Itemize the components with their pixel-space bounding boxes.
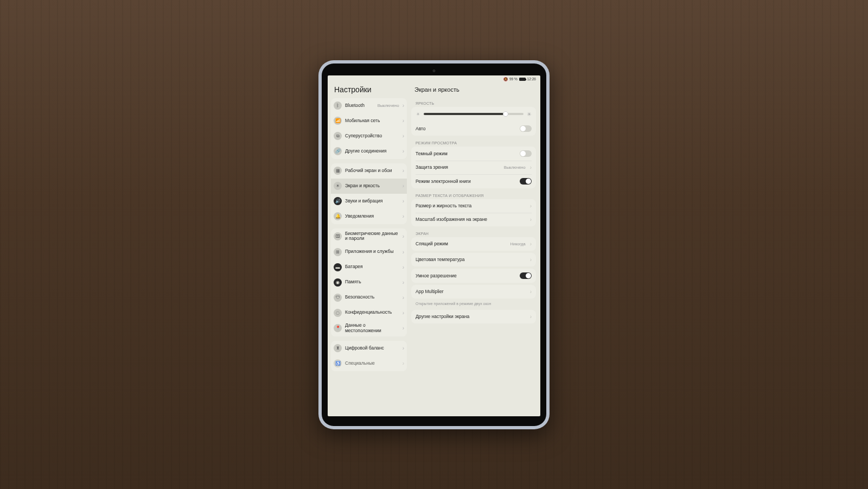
- sidebar-item-balance[interactable]: ⧗Цифровой баланс›: [331, 341, 407, 356]
- chevron-right-icon: ›: [530, 217, 532, 223]
- sidebar-item-location[interactable]: 📍Данные о местоположении›: [331, 320, 407, 336]
- sidebar-item-label: Конфиденциальность: [345, 310, 399, 315]
- sidebar-item-bluetooth[interactable]: ᛒBluetoothВыключено›: [331, 98, 407, 113]
- apps-icon: ⊞: [334, 248, 342, 256]
- sidebar-item-bell[interactable]: 🔔Уведомления›: [331, 209, 407, 224]
- sidebar-scroll[interactable]: ᛒBluetoothВыключено›📶Мобильная сеть›⧉Суп…: [331, 98, 407, 416]
- chevron-right-icon: ›: [403, 213, 404, 219]
- smart-res-row[interactable]: Умное разрешение: [411, 269, 536, 283]
- sound-icon: 🔊: [334, 197, 342, 205]
- sidebar-item-label: Память: [345, 280, 399, 285]
- settings-sidebar: Настройки ᛒBluetoothВыключено›📶Мобильная…: [328, 83, 409, 416]
- detail-row[interactable]: Масштаб изображения на экране›: [411, 213, 536, 226]
- detail-row[interactable]: Темный режим: [411, 147, 536, 161]
- sidebar-item-antenna[interactable]: 📶Мобильная сеть›: [331, 113, 407, 129]
- brightness-auto-row[interactable]: Авто: [411, 122, 536, 136]
- other-display-card: Другие настройки экрана ›: [411, 310, 536, 323]
- app-multiplier-row[interactable]: App Multiplier ›: [411, 285, 536, 299]
- brightness-card: ☀ ☀ Авто: [411, 107, 536, 136]
- brightness-auto-toggle[interactable]: [520, 125, 532, 132]
- sidebar-item-value: Выключено: [378, 103, 399, 108]
- other-display-row[interactable]: Другие настройки экрана ›: [411, 310, 536, 323]
- sidebar-item-label: Безопасность: [345, 295, 399, 300]
- color-temp-card: Цветовая температура ›: [411, 253, 536, 266]
- chevron-right-icon: ›: [403, 360, 404, 366]
- chevron-right-icon: ›: [403, 168, 404, 174]
- key-icon: ⚿: [334, 232, 342, 240]
- device-icon: ⧉: [334, 132, 342, 140]
- sidebar-item-privacy[interactable]: ◌Конфиденциальность›: [331, 305, 407, 320]
- app-multiplier-card: App Multiplier ›: [411, 285, 536, 299]
- toggle[interactable]: [520, 178, 532, 185]
- sidebar-item-link[interactable]: 🔗Другие соединения›: [331, 144, 407, 159]
- detail-row[interactable]: Размер и жирность текста›: [411, 199, 536, 213]
- other-display-label: Другие настройки экрана: [416, 314, 526, 319]
- location-icon: 📍: [334, 324, 342, 332]
- battery-icon: [519, 78, 526, 81]
- color-temp-label: Цветовая температура: [416, 257, 526, 262]
- shield-icon: 🛡: [334, 294, 342, 302]
- chevron-right-icon: ›: [403, 183, 404, 189]
- detail-row-value: Выключено: [504, 165, 526, 170]
- sidebar-item-shield[interactable]: 🛡Безопасность›: [331, 290, 407, 305]
- sidebar-item-sun[interactable]: ☀Экран и яркость›: [331, 179, 407, 194]
- smart-res-toggle[interactable]: [520, 272, 532, 279]
- sidebar-item-label: Bluetooth: [345, 103, 374, 109]
- viewmode-card: Темный режимЗащита зренияВыключено›Режим…: [411, 147, 536, 188]
- toggle[interactable]: [520, 150, 532, 157]
- brightness-slider-row: ☀ ☀: [411, 107, 536, 122]
- smart-res-label: Умное разрешение: [416, 273, 516, 278]
- brightness-slider[interactable]: [424, 113, 524, 115]
- sidebar-item-storage[interactable]: ◉Память›: [331, 275, 407, 290]
- sidebar-item-label: Уведомления: [345, 214, 399, 219]
- sidebar-group: ▦Рабочий экран и обои›☀Экран и яркость›🔊…: [331, 163, 407, 224]
- sidebar-item-label: Рабочий экран и обои: [345, 168, 399, 174]
- textsize-card: Размер и жирность текста›Масштаб изображ…: [411, 199, 536, 226]
- chevron-right-icon: ›: [403, 310, 404, 316]
- sidebar-item-sound[interactable]: 🔊Звуки и вибрация›: [331, 194, 407, 209]
- sidebar-item-label: Экран и яркость: [345, 183, 399, 189]
- sun-icon: ☀: [334, 182, 342, 190]
- clock: 12:26: [527, 77, 536, 81]
- chevron-right-icon: ›: [403, 198, 404, 204]
- screen-card: Спящий режимНикогда›: [411, 237, 536, 251]
- chevron-right-icon: ›: [403, 133, 404, 139]
- detail-row-label: Спящий режим: [416, 241, 507, 246]
- sun-large-icon: ☀: [527, 112, 532, 117]
- brightness-thumb[interactable]: [503, 111, 508, 117]
- chevron-right-icon: ›: [530, 314, 532, 320]
- sidebar-group: ᛒBluetoothВыключено›📶Мобильная сеть›⧉Суп…: [331, 98, 407, 159]
- tablet-frame: 🔕 99 % 12:26 Настройки ᛒBluetoothВыключе…: [318, 60, 550, 429]
- section-viewmode-label: РЕЖИМ ПРОСМОТРА: [411, 138, 536, 147]
- chevron-right-icon: ›: [403, 233, 404, 239]
- sidebar-item-device[interactable]: ⧉Суперустройство›: [331, 129, 407, 144]
- detail-row[interactable]: Защита зренияВыключено›: [411, 161, 536, 174]
- front-camera: [433, 69, 436, 72]
- content: Настройки ᛒBluetoothВыключено›📶Мобильная…: [328, 83, 540, 416]
- balance-icon: ⧗: [334, 344, 342, 352]
- detail-row-label: Размер и жирность текста: [416, 203, 526, 208]
- battery-text: 99 %: [509, 77, 518, 81]
- detail-row[interactable]: Режим электронной книги: [411, 174, 536, 188]
- detail-row[interactable]: Спящий режимНикогда›: [411, 237, 536, 251]
- chevron-right-icon: ›: [403, 295, 404, 301]
- sidebar-item-home[interactable]: ▦Рабочий экран и обои›: [331, 163, 407, 179]
- sidebar-item-access[interactable]: ♿Специальные›: [331, 356, 407, 371]
- sidebar-item-label: Мобильная сеть: [345, 118, 399, 124]
- sidebar-item-apps[interactable]: ⊞Приложения и службы›: [331, 244, 407, 259]
- chevron-right-icon: ›: [403, 148, 404, 154]
- chevron-right-icon: ›: [530, 289, 532, 295]
- chevron-right-icon: ›: [403, 325, 404, 331]
- color-temp-row[interactable]: Цветовая температура ›: [411, 253, 536, 266]
- sidebar-item-label: Специальные: [345, 361, 399, 366]
- silent-icon: 🔕: [503, 77, 508, 81]
- sidebar-item-key[interactable]: ⚿Биометрические данные и пароли›: [331, 228, 407, 245]
- chevron-right-icon: ›: [403, 118, 404, 124]
- section-textsize-label: РАЗМЕР ТЕКСТА И ОТОБРАЖЕНИЯ: [411, 190, 536, 199]
- detail-row-label: Режим электронной книги: [416, 179, 516, 184]
- status-bar: 🔕 99 % 12:26: [328, 75, 540, 83]
- chevron-right-icon: ›: [403, 103, 404, 109]
- sun-small-icon: ☀: [416, 112, 420, 117]
- battery-icon: ▬: [334, 263, 342, 271]
- sidebar-item-battery[interactable]: ▬Батарея›: [331, 259, 407, 275]
